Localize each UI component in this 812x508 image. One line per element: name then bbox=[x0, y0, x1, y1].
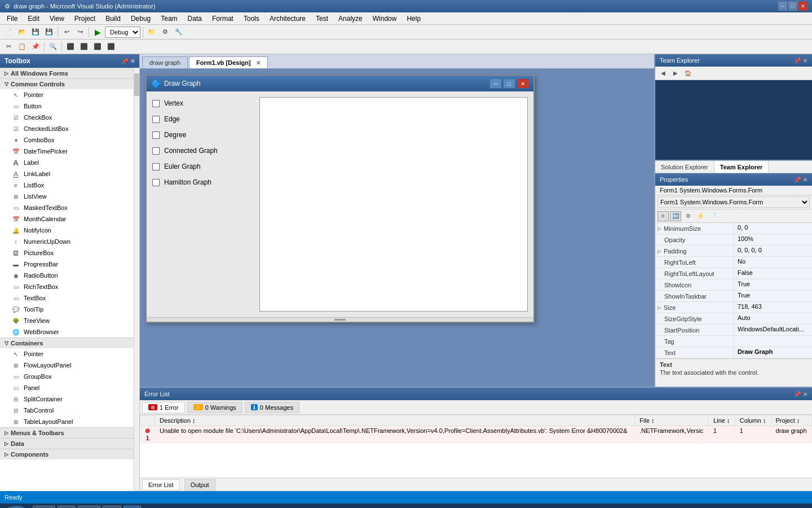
team-explorer-pin-icon[interactable]: 📌 bbox=[794, 58, 801, 64]
prop-value-startposition[interactable]: WindowsDefaultLocati... bbox=[734, 325, 812, 335]
toolbox-item-combobox[interactable]: ▾ ComboBox bbox=[0, 134, 134, 146]
section-all-windows-forms[interactable]: ▷ All Windows Forms bbox=[0, 68, 134, 78]
section-data[interactable]: ▷ Data bbox=[0, 438, 134, 449]
minimize-button[interactable]: ─ bbox=[778, 2, 787, 11]
checkbox-degree-input[interactable] bbox=[152, 132, 160, 139]
prop-value-minimumsize[interactable]: 0, 0 bbox=[734, 223, 812, 234]
toolbox-item-listbox[interactable]: ≡ ListBox bbox=[0, 179, 134, 191]
toolbox-item-pointer-containers[interactable]: ↖ Pointer bbox=[0, 348, 134, 360]
checkbox-vertex[interactable]: Vertex bbox=[152, 99, 254, 107]
toolbox-item-label[interactable]: A Label bbox=[0, 157, 134, 168]
toolbox-item-pointer[interactable]: ↖ Pointer bbox=[0, 89, 134, 100]
checkbox-euler-graph[interactable]: Euler Graph bbox=[152, 163, 254, 170]
toolbox-item-datetimepicker[interactable]: 📅 DateTimePicker bbox=[0, 146, 134, 157]
error-list-pin-icon[interactable]: 📌 bbox=[794, 391, 801, 397]
menu-view[interactable]: View bbox=[45, 14, 69, 24]
form-resize-handle[interactable] bbox=[147, 317, 533, 322]
debug-mode-dropdown[interactable]: Debug bbox=[105, 27, 140, 38]
tab-close-icon[interactable]: ✕ bbox=[256, 60, 261, 66]
col-header-description[interactable]: Description ↕ bbox=[155, 415, 635, 426]
menu-test[interactable]: Test bbox=[311, 14, 333, 24]
toolbox-item-flowlayoutpanel[interactable]: ⊞ FlowLayoutPanel bbox=[0, 360, 134, 371]
properties-dropdown[interactable]: Form1 System.Windows.Forms.Form bbox=[657, 196, 810, 208]
taskbar-torrent-button[interactable]: ⬇ bbox=[103, 506, 121, 508]
toolbox-item-linklabel[interactable]: A LinkLabel bbox=[0, 168, 134, 179]
menu-debug[interactable]: Debug bbox=[126, 14, 155, 24]
toolbox-item-maskedtextbox[interactable]: ▭ MaskedTextBox bbox=[0, 202, 134, 213]
toolbox-item-progressbar[interactable]: ▬ ProgressBar bbox=[0, 259, 134, 270]
open-button[interactable]: 📂 bbox=[16, 27, 28, 38]
toolbox-item-textbox[interactable]: ▭ TextBox bbox=[0, 292, 134, 304]
toolbox-item-numericupdown[interactable]: ↕ NumericUpDown bbox=[0, 236, 134, 247]
new-project-button[interactable]: 📄 bbox=[2, 27, 15, 38]
prop-value-padding[interactable]: 0, 0, 0, 0 bbox=[734, 246, 812, 256]
align-left-button[interactable]: ⬛ bbox=[64, 41, 77, 52]
toolbox-button[interactable]: 🔧 bbox=[173, 27, 185, 38]
menu-project[interactable]: Project bbox=[70, 14, 100, 24]
prop-expand-minimumsize[interactable]: ▷ bbox=[657, 226, 661, 231]
start-button[interactable]: ⊞ bbox=[2, 506, 30, 508]
toolbox-item-tooltip[interactable]: 💬 ToolTip bbox=[0, 304, 134, 315]
redo-button[interactable]: ↪ bbox=[74, 27, 86, 38]
tab-output-footer[interactable]: Output bbox=[184, 479, 215, 491]
start-button[interactable]: ▶ bbox=[91, 27, 104, 38]
tab-team-explorer-prop[interactable]: Team Explorer bbox=[714, 161, 769, 173]
prop-value-opacity[interactable]: 100% bbox=[734, 234, 812, 245]
properties-close-icon[interactable]: ✕ bbox=[803, 177, 807, 183]
toolbox-item-splitcontainer[interactable]: ⊟ SplitContainer bbox=[0, 393, 134, 405]
error-list-close-icon[interactable]: ✕ bbox=[803, 391, 807, 397]
menu-data[interactable]: Data bbox=[183, 14, 206, 24]
col-header-project[interactable]: Project ↕ bbox=[771, 415, 811, 426]
prop-alphabetical-button[interactable]: 🔤 bbox=[670, 211, 681, 221]
undo-button[interactable]: ↩ bbox=[60, 27, 73, 38]
tab-error-list-footer[interactable]: Error List bbox=[142, 479, 180, 491]
prop-events-button[interactable]: ⚡ bbox=[695, 211, 706, 221]
close-button[interactable]: ✕ bbox=[798, 2, 807, 11]
te-back-button[interactable]: ◀ bbox=[657, 68, 669, 78]
toolbox-item-treeview[interactable]: 🌳 TreeView bbox=[0, 315, 134, 326]
col-header-icon[interactable] bbox=[140, 415, 155, 426]
prop-categorized-button[interactable]: ≡ bbox=[657, 211, 669, 221]
taskbar-vs-button[interactable]: ∞ bbox=[123, 506, 141, 508]
checkbox-vertex-input[interactable] bbox=[152, 100, 160, 107]
save-button[interactable]: 💾 bbox=[29, 27, 42, 38]
taskbar-media-button[interactable]: ▶ bbox=[58, 506, 76, 508]
tab-messages[interactable]: ℹ 0 Messages bbox=[245, 402, 299, 413]
toolbox-item-webbrowser[interactable]: 🌐 WebBrowser bbox=[0, 326, 134, 338]
prop-value-showintaskbar[interactable]: True bbox=[734, 291, 812, 301]
te-forward-button[interactable]: ▶ bbox=[670, 68, 681, 78]
menu-window[interactable]: Window bbox=[368, 14, 401, 24]
toolbox-item-monthcalendar[interactable]: 📅 MonthCalendar bbox=[0, 213, 134, 225]
taskbar-explorer-button[interactable]: 📁 bbox=[33, 506, 55, 508]
toolbox-item-radiobutton[interactable]: ◉ RadioButton bbox=[0, 270, 134, 281]
toolbox-item-tablelayoutpanel[interactable]: ⊞ TableLayoutPanel bbox=[0, 416, 134, 427]
toolbox-item-checkedlistbox[interactable]: ☑ CheckedListBox bbox=[0, 123, 134, 134]
tab-solution-explorer[interactable]: Solution Explorer bbox=[655, 161, 714, 173]
menu-file[interactable]: File bbox=[2, 14, 22, 24]
design-canvas[interactable]: 🔷 Draw Graph ─ □ ✕ bbox=[140, 69, 654, 387]
menu-format[interactable]: Format bbox=[208, 14, 238, 24]
toolbox-item-checkbox[interactable]: ☑ CheckBox bbox=[0, 112, 134, 123]
copy-button[interactable]: 📋 bbox=[16, 41, 28, 52]
checkbox-edge-input[interactable] bbox=[152, 116, 160, 123]
find-button[interactable]: 🔍 bbox=[47, 41, 59, 52]
prop-expand-padding[interactable]: ▷ bbox=[657, 248, 661, 254]
checkbox-connected-graph[interactable]: Connected Graph bbox=[152, 147, 254, 155]
form-drawing-canvas[interactable] bbox=[259, 97, 528, 312]
toolbox-item-panel[interactable]: ▭ Panel bbox=[0, 382, 134, 393]
checkbox-hamilton-graph[interactable]: Hamilton Graph bbox=[152, 178, 254, 186]
section-components[interactable]: ▷ Components bbox=[0, 449, 134, 459]
toolbox-item-notifyicon[interactable]: 🔔 NotifyIcon bbox=[0, 225, 134, 236]
menu-analyze[interactable]: Analyze bbox=[334, 14, 367, 24]
prop-propertypages-button[interactable]: 📄 bbox=[707, 211, 718, 221]
prop-value-righttoleft[interactable]: No bbox=[734, 257, 812, 268]
properties-pin-icon[interactable]: 📌 bbox=[794, 177, 801, 183]
toolbox-item-picturebox[interactable]: 🖼 PictureBox bbox=[0, 247, 134, 259]
align-right-button[interactable]: ⬛ bbox=[91, 41, 104, 52]
save-all-button[interactable]: 💾 bbox=[43, 27, 55, 38]
tab-warnings[interactable]: ⚠ 0 Warnings bbox=[187, 402, 242, 413]
team-explorer-close-icon[interactable]: ✕ bbox=[803, 58, 807, 64]
col-header-column[interactable]: Column ↕ bbox=[735, 415, 771, 426]
toolbox-item-groupbox[interactable]: ▭ GroupBox bbox=[0, 371, 134, 382]
prop-value-tag[interactable] bbox=[734, 336, 812, 347]
